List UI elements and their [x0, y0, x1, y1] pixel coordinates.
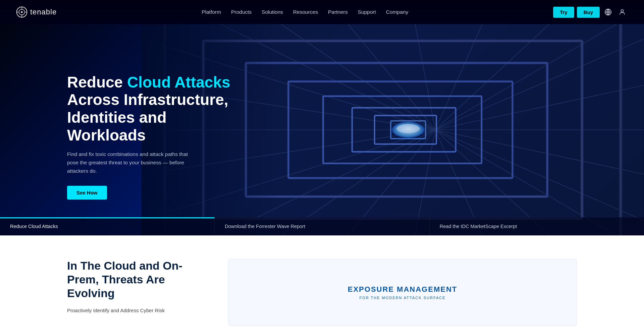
globe-icon	[604, 8, 612, 16]
below-card: EXPOSURE MANAGEMENT FOR THE MODERN ATTAC…	[228, 259, 577, 326]
logo-link[interactable]: tenable	[16, 6, 57, 18]
user-button[interactable]	[616, 6, 628, 18]
see-how-button[interactable]: See How	[67, 186, 107, 200]
try-button[interactable]: Try	[553, 7, 574, 18]
nav-item-resources[interactable]: Resources	[289, 6, 322, 17]
buy-button[interactable]: Buy	[577, 7, 600, 18]
globe-button[interactable]	[602, 6, 614, 18]
svg-point-11	[621, 10, 623, 12]
svg-point-47	[397, 124, 420, 133]
below-text: In The Cloud and On-Prem, Threats Are Ev…	[67, 259, 201, 315]
svg-point-2	[21, 11, 22, 13]
hero-tab-0[interactable]: Reduce Cloud Attacks	[0, 217, 215, 235]
logo-text: tenable	[30, 8, 57, 16]
user-icon	[619, 8, 626, 16]
nav-actions: Try Buy	[553, 6, 628, 18]
nav-item-products[interactable]: Products	[227, 6, 256, 17]
hero-title-normal: Reduce	[67, 73, 127, 91]
hero-tab-label-1: Download the Forrester Wave Report	[225, 224, 305, 229]
nav-item-support[interactable]: Support	[354, 6, 380, 17]
hero-title: Reduce Cloud Attacks Across Infrastructu…	[67, 73, 235, 145]
nav-item-partners[interactable]: Partners	[324, 6, 352, 17]
hero-title-rest: Across Infrastructure,Identities and Wor…	[67, 91, 228, 144]
nav-item-platform[interactable]: Platform	[198, 6, 225, 17]
below-description: Proactively Identify and Address Cyber R…	[67, 307, 201, 315]
below-inner: In The Cloud and On-Prem, Threats Are Ev…	[67, 259, 577, 326]
nav-item-solutions[interactable]: Solutions	[258, 6, 287, 17]
card-subtitle: FOR THE MODERN ATTACK SURFACE	[359, 296, 445, 300]
hero-tabs: Reduce Cloud Attacks Download the Forres…	[0, 217, 644, 235]
nav-links: Platform Products Solutions Resources Pa…	[198, 9, 412, 15]
hero-title-highlight: Cloud Attacks	[127, 73, 230, 91]
below-title: In The Cloud and On-Prem, Threats Are Ev…	[67, 259, 201, 300]
nav-item-company[interactable]: Company	[382, 6, 412, 17]
hero-tab-1[interactable]: Download the Forrester Wave Report	[215, 217, 429, 235]
hero-section: Reduce Cloud Attacks Across Infrastructu…	[0, 24, 644, 235]
card-title: EXPOSURE MANAGEMENT	[348, 285, 457, 294]
below-section: In The Cloud and On-Prem, Threats Are Ev…	[0, 235, 644, 333]
hero-description: Find and fix toxic combinations and atta…	[67, 150, 198, 175]
navbar: tenable Platform Products Solutions Reso…	[0, 0, 644, 24]
hero-tab-label-0: Reduce Cloud Attacks	[10, 224, 58, 229]
hero-tab-2[interactable]: Read the IDC MarketScape Excerpt	[430, 217, 644, 235]
hero-content: Reduce Cloud Attacks Across Infrastructu…	[0, 60, 235, 200]
logo-icon	[16, 6, 28, 18]
hero-tab-label-2: Read the IDC MarketScape Excerpt	[440, 224, 517, 229]
